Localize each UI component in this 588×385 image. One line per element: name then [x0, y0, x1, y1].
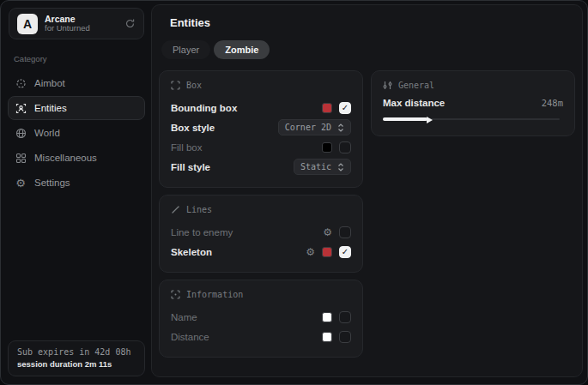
- setting-row: Name: [171, 307, 351, 327]
- sidebar-item-miscellaneous[interactable]: Miscellaneous: [8, 146, 145, 170]
- checkbox[interactable]: [339, 311, 351, 323]
- sub-expiry-text: Sub expires in 42d 08h: [17, 347, 136, 357]
- setting-row: Fill box: [171, 137, 351, 157]
- app-logo: A: [17, 14, 38, 34]
- sidebar-item-label: Entities: [34, 103, 67, 113]
- setting-label: Line to enemy: [171, 227, 233, 238]
- dropdown-value: Static: [300, 162, 331, 171]
- max-distance-slider[interactable]: [383, 116, 563, 123]
- check-icon: ✓: [342, 104, 349, 112]
- subscription-card: Sub expires in 42d 08h session duration …: [8, 340, 145, 376]
- setting-label: Fill box: [171, 142, 202, 153]
- color-swatch[interactable]: [322, 332, 332, 342]
- color-swatch[interactable]: [322, 312, 332, 322]
- setting-label: Skeleton: [171, 247, 212, 257]
- lines-card-header: Lines: [171, 205, 351, 214]
- refresh-icon[interactable]: [124, 18, 136, 29]
- crosshair-icon: [15, 78, 27, 89]
- sidebar: A Arcane for Unturned Category Aimbot: [1, 1, 151, 384]
- chevron-updown-icon: [337, 163, 344, 171]
- sidebar-item-settings[interactable]: ⚙ Settings: [8, 171, 145, 195]
- slider-track[interactable]: [383, 118, 560, 120]
- color-swatch[interactable]: [322, 103, 332, 113]
- setting-label: Distance: [171, 332, 209, 342]
- checkbox[interactable]: [339, 331, 351, 343]
- slider-row: Max distance 248m: [383, 98, 563, 108]
- general-card-header: General: [383, 81, 563, 90]
- session-duration-text: session duration 2m 11s: [17, 359, 136, 369]
- sidebar-item-aimbot[interactable]: Aimbot: [8, 71, 145, 95]
- slider-thumb[interactable]: [427, 117, 433, 123]
- setting-row: Fill style Static: [171, 157, 351, 177]
- checkbox[interactable]: [339, 141, 351, 153]
- chevron-updown-icon: [337, 123, 344, 132]
- brand-text: Arcane for Unturned: [45, 14, 118, 33]
- color-swatch[interactable]: [322, 247, 332, 257]
- information-card: Information Name Distance: [159, 280, 363, 358]
- box-style-dropdown[interactable]: Corner 2D: [278, 119, 351, 135]
- entities-icon: [15, 103, 27, 114]
- slider-value: 248m: [542, 98, 563, 108]
- sidebar-item-label: Miscellaneous: [34, 153, 97, 163]
- line-icon: [171, 205, 180, 214]
- content-area: Box Bounding box ✓ Box style: [159, 70, 575, 358]
- setting-row: Skeleton ⚙ ✓: [171, 242, 351, 262]
- gear-icon[interactable]: ⚙: [306, 247, 315, 257]
- sidebar-item-world[interactable]: World: [8, 121, 145, 145]
- checkbox[interactable]: ✓: [339, 246, 351, 258]
- card-title: General: [398, 81, 434, 90]
- check-icon: ✓: [342, 248, 349, 256]
- information-card-header: Information: [171, 290, 351, 299]
- left-column: Box Bounding box ✓ Box style: [159, 70, 363, 358]
- card-title: Lines: [186, 205, 212, 214]
- brand-card: A Arcane for Unturned: [9, 8, 144, 39]
- gear-icon[interactable]: ⚙: [323, 227, 332, 238]
- right-column: General Max distance 248m: [371, 70, 575, 136]
- sidebar-item-label: Settings: [34, 177, 70, 188]
- fill-style-dropdown[interactable]: Static: [294, 159, 351, 175]
- page-title: Entities: [170, 16, 575, 29]
- sidebar-item-label: World: [34, 128, 60, 138]
- dropdown-value: Corner 2D: [285, 123, 331, 132]
- globe-icon: [15, 128, 27, 139]
- sidebar-item-entities[interactable]: Entities: [8, 96, 145, 120]
- card-title: Box: [186, 81, 202, 90]
- box-corners-icon: [171, 81, 180, 90]
- slider-fill: [383, 117, 427, 121]
- setting-row: Bounding box ✓: [171, 98, 351, 117]
- main-panel: Entities Player Zombie Box Bounding bo: [151, 4, 583, 377]
- app-window: A Arcane for Unturned Category Aimbot: [0, 0, 588, 385]
- setting-label: Bounding box: [171, 103, 237, 113]
- setting-label: Fill style: [171, 162, 210, 172]
- setting-label: Box style: [171, 123, 215, 133]
- checkbox[interactable]: [339, 226, 351, 238]
- sliders-icon: [383, 81, 392, 90]
- general-card: General Max distance 248m: [371, 70, 575, 136]
- grid-icon: [15, 153, 27, 164]
- lines-card: Lines Line to enemy ⚙ Skeleton ⚙: [159, 195, 363, 273]
- tab-zombie[interactable]: Zombie: [214, 40, 270, 59]
- info-scan-icon: [171, 290, 180, 299]
- setting-row: Distance: [171, 327, 351, 346]
- tab-bar: Player Zombie: [161, 40, 575, 59]
- box-card: Box Bounding box ✓ Box style: [159, 70, 363, 188]
- gear-icon: ⚙: [15, 177, 27, 189]
- slider-label: Max distance: [383, 98, 445, 108]
- checkbox[interactable]: ✓: [339, 102, 351, 114]
- setting-row: Box style Corner 2D: [171, 117, 351, 137]
- tab-player[interactable]: Player: [161, 40, 210, 59]
- color-swatch[interactable]: [322, 142, 332, 153]
- setting-row: Line to enemy ⚙: [171, 222, 351, 242]
- setting-label: Name: [171, 312, 197, 322]
- sidebar-item-label: Aimbot: [34, 78, 65, 88]
- card-title: Information: [186, 290, 243, 299]
- app-subtitle: for Unturned: [45, 24, 118, 33]
- category-label: Category: [14, 54, 151, 63]
- box-card-header: Box: [171, 81, 351, 90]
